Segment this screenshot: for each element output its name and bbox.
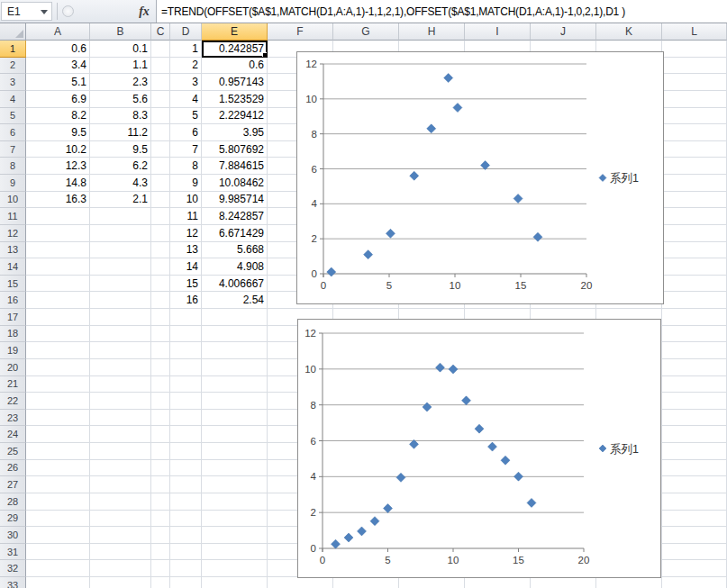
cell-D22[interactable] <box>170 393 202 410</box>
cell-E22[interactable] <box>202 393 268 410</box>
row-header-32[interactable]: 32 <box>0 560 26 577</box>
cell-D17[interactable] <box>170 309 202 326</box>
cell-E31[interactable] <box>202 544 268 561</box>
cell-D19[interactable] <box>170 342 202 359</box>
row-header-12[interactable]: 12 <box>0 225 26 242</box>
cell-A18[interactable] <box>26 326 90 343</box>
row-header-4[interactable]: 4 <box>0 91 26 108</box>
cell-L6[interactable] <box>662 124 727 141</box>
cell-B17[interactable] <box>90 309 151 326</box>
cell-B15[interactable] <box>90 276 151 293</box>
cell-L32[interactable] <box>662 560 727 577</box>
cell-F33[interactable] <box>268 577 333 588</box>
cell-C24[interactable] <box>151 426 170 443</box>
column-header-L[interactable]: L <box>662 23 727 41</box>
cell-L16[interactable] <box>662 292 727 309</box>
cell-D1[interactable]: 1 <box>170 41 202 58</box>
column-header-G[interactable]: G <box>333 23 399 41</box>
cell-B6[interactable]: 11.2 <box>90 124 151 141</box>
row-header-24[interactable]: 24 <box>0 426 26 443</box>
cell-B25[interactable] <box>90 443 151 460</box>
cell-L30[interactable] <box>662 527 727 544</box>
cell-E19[interactable] <box>202 342 268 359</box>
cell-A32[interactable] <box>26 560 90 577</box>
cell-D18[interactable] <box>170 326 202 343</box>
cell-B33[interactable] <box>90 577 151 588</box>
row-header-27[interactable]: 27 <box>0 476 26 493</box>
chart-2[interactable]: 02468101205101520系列1 <box>297 319 661 578</box>
cell-L28[interactable] <box>662 493 727 511</box>
row-header-31[interactable]: 31 <box>0 544 26 561</box>
cell-L29[interactable] <box>662 511 727 528</box>
name-box[interactable]: E1 <box>1 2 52 21</box>
cell-B7[interactable]: 9.5 <box>90 141 151 158</box>
cell-D26[interactable] <box>170 460 202 477</box>
cell-D5[interactable]: 5 <box>170 108 202 125</box>
cell-A4[interactable]: 6.9 <box>26 91 90 108</box>
cell-E2[interactable]: 0.6 <box>202 58 268 75</box>
cell-A16[interactable] <box>26 292 90 309</box>
cell-B31[interactable] <box>90 544 151 561</box>
cell-E8[interactable]: 7.884615 <box>202 158 268 175</box>
row-header-30[interactable]: 30 <box>0 527 26 544</box>
row-header-21[interactable]: 21 <box>0 376 26 394</box>
row-header-16[interactable]: 16 <box>0 292 26 309</box>
row-header-20[interactable]: 20 <box>0 359 26 376</box>
row-header-26[interactable]: 26 <box>0 460 26 477</box>
cell-E27[interactable] <box>202 476 268 493</box>
cell-L25[interactable] <box>662 443 727 460</box>
cell-D30[interactable] <box>170 527 202 544</box>
cell-B23[interactable] <box>90 410 151 427</box>
cell-C23[interactable] <box>151 410 170 427</box>
cell-B13[interactable] <box>90 242 151 259</box>
cell-A33[interactable] <box>26 577 90 588</box>
cell-L9[interactable] <box>662 175 727 192</box>
cell-B4[interactable]: 5.6 <box>90 91 151 108</box>
column-header-A[interactable]: A <box>26 23 90 41</box>
column-header-B[interactable]: B <box>90 23 151 41</box>
cell-D9[interactable]: 9 <box>170 175 202 192</box>
cell-D10[interactable]: 10 <box>170 192 202 209</box>
cell-C5[interactable] <box>151 108 170 125</box>
cell-D8[interactable]: 8 <box>170 158 202 175</box>
cell-E6[interactable]: 3.95 <box>202 124 268 141</box>
cell-E12[interactable]: 6.671429 <box>202 225 268 242</box>
cell-A31[interactable] <box>26 544 90 561</box>
row-header-14[interactable]: 14 <box>0 258 26 276</box>
row-header-23[interactable]: 23 <box>0 410 26 427</box>
cell-D14[interactable]: 14 <box>170 258 202 276</box>
cell-A26[interactable] <box>26 460 90 477</box>
legend[interactable]: 系列1 <box>599 443 639 456</box>
row-header-28[interactable]: 28 <box>0 493 26 511</box>
cell-C18[interactable] <box>151 326 170 343</box>
cell-A17[interactable] <box>26 309 90 326</box>
cell-D28[interactable] <box>170 493 202 511</box>
cell-E14[interactable]: 4.908 <box>202 258 268 276</box>
cell-B2[interactable]: 1.1 <box>90 58 151 75</box>
row-header-5[interactable]: 5 <box>0 108 26 125</box>
cell-D13[interactable]: 13 <box>170 242 202 259</box>
cell-D4[interactable]: 4 <box>170 91 202 108</box>
cell-C22[interactable] <box>151 393 170 410</box>
cell-A15[interactable] <box>26 276 90 293</box>
cell-C20[interactable] <box>151 359 170 376</box>
cell-I33[interactable] <box>465 577 531 588</box>
cell-H33[interactable] <box>399 577 465 588</box>
cell-L13[interactable] <box>662 242 727 259</box>
row-header-15[interactable]: 15 <box>0 276 26 293</box>
cell-L1[interactable] <box>662 41 727 58</box>
cell-C21[interactable] <box>151 376 170 394</box>
cell-E17[interactable] <box>202 309 268 326</box>
cell-E33[interactable] <box>202 577 268 588</box>
cell-B11[interactable] <box>90 208 151 225</box>
cell-E28[interactable] <box>202 493 268 511</box>
cell-B29[interactable] <box>90 511 151 528</box>
row-header-22[interactable]: 22 <box>0 393 26 410</box>
column-header-I[interactable]: I <box>465 23 531 41</box>
cell-B8[interactable]: 6.2 <box>90 158 151 175</box>
cell-L7[interactable] <box>662 141 727 158</box>
cell-C31[interactable] <box>151 544 170 561</box>
cell-A5[interactable]: 8.2 <box>26 108 90 125</box>
cell-E11[interactable]: 8.242857 <box>202 208 268 225</box>
cell-L23[interactable] <box>662 410 727 427</box>
